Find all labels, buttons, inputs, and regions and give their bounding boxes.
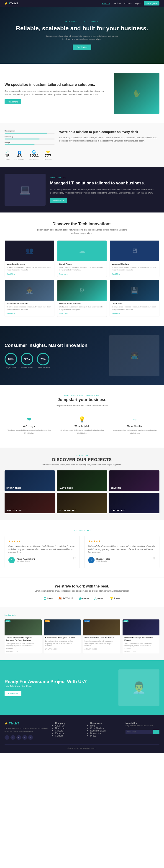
project-card-4[interactable]: THE VANGUARD: [57, 493, 107, 513]
footer-resources-link-0[interactable]: Blog: [90, 724, 121, 727]
tech-card-img-1: ☁: [57, 241, 107, 261]
dark-section-text: WHAT WE DO Managed I.T. solutions tailor…: [50, 177, 159, 203]
footer-resources-link-4[interactable]: Press: [90, 735, 121, 737]
nav-link-content[interactable]: Content: [124, 2, 132, 5]
footer-company-link-1[interactable]: Our Team: [55, 727, 86, 730]
footer-company-links: About Us Our Team Careers Partners Conta…: [55, 724, 86, 737]
tech-card-desc-2: Ut aliqua ex ea commodo consequat. Duis …: [112, 266, 157, 271]
project-card-1[interactable]: HASTO TECH: [57, 470, 107, 491]
jcard-1: 💡 We're helpful! Nienduros optser inditu…: [57, 413, 107, 438]
testimonial-stars-0: ★★★★★: [8, 540, 76, 543]
hero-description: Lorem ipsum dolor sit amet, consectetur …: [43, 35, 121, 41]
tech-card-title-0: Migration Services: [7, 263, 52, 265]
newsletter-input[interactable]: [125, 730, 153, 734]
hero-cta-button[interactable]: Get Started: [73, 44, 91, 50]
project-label-1: HASTO TECH: [58, 487, 73, 489]
specialize-image: 🖐: [114, 73, 159, 114]
tech-card-body-2: Managed Hosting Ut aliqua ex ea commodo …: [110, 261, 159, 277]
nav-link-about[interactable]: About Us: [101, 2, 110, 5]
discover-header: Discover the Tech Innovations Lorem ipsu…: [5, 222, 159, 235]
cta-button[interactable]: Start Now: [5, 691, 22, 696]
jumpstart-header: WHY BUSINESS CHOOSE US Jumpstart your bu…: [5, 394, 159, 407]
footer-resources-link-3[interactable]: Newsletter: [90, 732, 121, 735]
projects-grid: SPORA TECH HASTO TECH ZELO INC AVONTUR I…: [5, 470, 159, 513]
tech-card-body-4: Development Services Ut aliqua ex ea com…: [57, 301, 107, 316]
projects-section: OUR WORK DISCOVER OUR PROJECTS Lorem ips…: [0, 447, 164, 520]
articles-section: Last Article NEW How To Discover The Rig…: [0, 607, 164, 660]
nav-link-pages[interactable]: Pages: [135, 2, 140, 5]
bar-marketing: Marketing: [5, 136, 55, 140]
footer-resources-link-2[interactable]: Documentation: [90, 730, 121, 732]
social-facebook[interactable]: f: [5, 735, 9, 740]
projects-tag: OUR WORK: [5, 455, 159, 457]
article-body-3: 12 Our IT News Tips You Can Use Without …: [123, 636, 160, 653]
footer-company-link-3[interactable]: Partners: [55, 732, 86, 735]
insight-circle-0: 87% Project Done: [5, 353, 17, 369]
jcard-icon-0: ❤: [7, 416, 51, 423]
footer-resources-links: Blog Case Studies Documentation Newslett…: [90, 724, 121, 737]
tech-card-img-icon-5: 💾: [110, 280, 159, 301]
newsletter-submit[interactable]: →: [153, 730, 159, 734]
bar-track-design: [5, 145, 55, 145]
tech-card-5: 💾 Cloud Data Ut aliqua ex ea commodo con…: [110, 280, 159, 317]
nav-logo: ⚡ TTechIT: [5, 2, 18, 5]
footer-bottom: © 2020 TechIT. All Rights Reserved.: [5, 744, 159, 749]
tech-card-link-3[interactable]: Read More: [7, 313, 15, 315]
cta-section: Ready For Awesome Project With Us? Let's…: [0, 660, 164, 715]
tech-card-link-1[interactable]: Read More: [59, 273, 68, 275]
article-title-1: 5 Tech Trends Taking Over In 2020: [45, 637, 80, 639]
project-card-3[interactable]: AVONTUR INC: [5, 493, 55, 513]
jcard-title-2: We're Flexible: [113, 425, 157, 428]
insights-heading: Consumer insights. Market innovation.: [5, 342, 102, 348]
specialize-section: We specialize in custom-tailored softwar…: [0, 64, 164, 123]
partners-heading: We strive to work with the best.: [5, 584, 159, 588]
specialize-cta-button[interactable]: Read More: [5, 99, 21, 104]
social-linkedin[interactable]: li: [22, 735, 27, 740]
tech-card-link-0[interactable]: Read More: [7, 273, 15, 275]
stat-employees-icon: 👥: [14, 150, 25, 154]
social-youtube[interactable]: yt: [28, 735, 33, 740]
tech-card-link-2[interactable]: Read More: [112, 273, 120, 275]
tech-card-1: ☁ Cloud Planer Ut aliqua ex ea commodo c…: [57, 240, 107, 277]
projects-heading: DISCOVER OUR PROJECTS: [5, 457, 159, 462]
insights-image: 👩‍💻: [109, 335, 159, 376]
stat-customers-num: 1234: [29, 154, 39, 158]
footer-company-link-2[interactable]: Careers: [55, 730, 86, 732]
partner-ideaa: 💡ideaa: [110, 597, 121, 600]
tech-card-img-icon-4: ⚙: [57, 280, 107, 301]
projects-header: DISCOVER OUR PROJECTS: [5, 457, 159, 462]
tech-card-link-5[interactable]: Read More: [112, 313, 120, 315]
tech-card-body-0: Migration Services Ut aliqua ex ea commo…: [5, 261, 54, 277]
footer-description: Far far away, behind the word mountains,…: [5, 727, 50, 733]
cta-image-icon: 👨‍💼: [118, 670, 159, 706]
nav-cta-button[interactable]: Get a Quote: [144, 1, 159, 5]
project-card-2[interactable]: ZELO INC: [109, 470, 159, 491]
tech-card-link-4[interactable]: Read More: [59, 313, 68, 315]
article-body-2: Make Your Office More Productive Lorem i…: [83, 636, 120, 651]
footer-logo-text: TTechIT: [9, 722, 19, 725]
article-img-3: NEW: [123, 619, 160, 636]
nav-logo-text: TTechIT: [9, 2, 18, 5]
article-meta-2: JANUARY 3, 2020: [84, 648, 119, 650]
project-card-5[interactable]: CARBON INC: [109, 493, 159, 513]
testimonial-stars-1: ★★★★★: [88, 540, 156, 543]
footer-company-link-4[interactable]: Contact: [55, 735, 86, 737]
insight-circle-pct-2: 75%: [37, 353, 49, 365]
dark-section-cta-button[interactable]: Learn More: [50, 198, 67, 203]
stat-customers: 🌐 1234 Customers: [29, 150, 39, 160]
dark-section-description: Far far away, behind the word mountains,…: [50, 188, 159, 195]
article-meta-3: JANUARY 3, 2020: [124, 650, 158, 652]
jumpstart-description: Temporarer optser inditusament casitas t…: [36, 404, 128, 407]
article-title-2: Make Your Office More Productive: [84, 637, 119, 639]
nav-link-services[interactable]: Services: [113, 2, 121, 5]
social-instagram[interactable]: in: [16, 735, 21, 740]
testimonial-author-info-0: Adam A. Almeberg Marketing Director: [16, 558, 35, 562]
hero-section: MANAGED I.T. SOLUTIONS Reliable, scaleab…: [0, 7, 164, 64]
social-twitter[interactable]: t: [10, 735, 15, 740]
project-card-0[interactable]: SPORA TECH: [5, 470, 55, 491]
insights-left: Consumer insights. Market innovation. 87…: [5, 342, 102, 369]
footer-resources-link-1[interactable]: Case Studies: [90, 727, 121, 730]
bar-label-design: Design: [5, 142, 55, 144]
nav-links: About Us Services Content Pages Get a Qu…: [101, 1, 159, 5]
footer-company-link-0[interactable]: About Us: [55, 724, 86, 727]
